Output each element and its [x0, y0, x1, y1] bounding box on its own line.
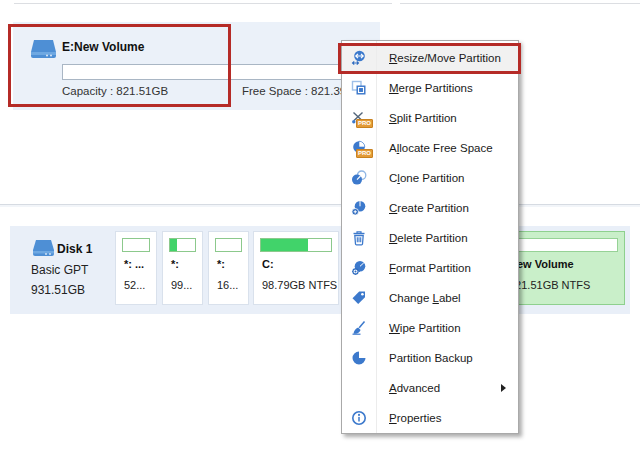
section-divider-glow [0, 205, 640, 207]
menu-item-label: Properties [376, 412, 441, 424]
menu-item-label: Merge Partitions [376, 82, 473, 94]
menu-item-label: Wipe Partition [376, 322, 461, 334]
partition-usage-bar [260, 238, 332, 252]
top-panel-edge-right [400, 3, 640, 4]
delete-icon [342, 230, 376, 246]
volume-name: E:New Volume [62, 40, 144, 54]
menu-item-merge-partitions[interactable]: Merge Partitions [342, 73, 518, 103]
menu-item-change-label[interactable]: Change Label [342, 283, 518, 313]
menu-item-label: Delete Partition [376, 232, 468, 244]
partition-label: *: [171, 258, 179, 270]
menu-item-label: Format Partition [376, 262, 471, 274]
menu-item-clone-partition[interactable]: Clone Partition [342, 163, 518, 193]
disk-size: 931.51GB [31, 283, 85, 297]
partition-usage-bar [507, 238, 618, 252]
partition-card-2[interactable]: *:16... [208, 231, 249, 305]
split-icon: PRO [342, 110, 376, 126]
menu-item-allocate-free-space[interactable]: PROAllocate Free Space [342, 133, 518, 163]
menu-item-resize-move-partition[interactable]: Resize/Move Partition [342, 43, 518, 73]
menu-item-label: Resize/Move Partition [376, 52, 501, 64]
submenu-arrow-icon [501, 384, 506, 392]
partition-label: *: [217, 258, 225, 270]
disk-name: Disk 1 [57, 242, 92, 256]
backup-icon [342, 350, 376, 366]
partition-usage-fill [261, 239, 308, 251]
allocate-icon: PRO [342, 140, 376, 156]
pro-badge: PRO [356, 119, 373, 128]
disk-icon [32, 238, 55, 258]
menu-item-split-partition[interactable]: PROSplit Partition [342, 103, 518, 133]
format-icon [342, 260, 376, 276]
partition-size: 16... [217, 279, 238, 291]
volume-drive-icon [30, 37, 57, 60]
menu-icon-column-separator [376, 41, 377, 433]
merge-icon [342, 80, 376, 96]
menu-item-label: Clone Partition [376, 172, 464, 184]
resize-move-icon [342, 50, 376, 66]
wipe-icon [342, 320, 376, 336]
partition-usage-fill [170, 239, 177, 251]
pro-badge: PRO [356, 149, 373, 158]
partition-card-0[interactable]: *: ...52... [115, 231, 157, 305]
menu-item-partition-backup[interactable]: Partition Backup [342, 343, 518, 373]
partition-context-menu: Resize/Move PartitionMerge PartitionsPRO… [341, 40, 519, 434]
partition-card-c[interactable]: C:98.79GB NTFS [253, 231, 339, 305]
partition-size: 52... [124, 279, 145, 291]
disk-type: Basic GPT [31, 263, 88, 277]
partition-size: 98.79GB NTFS [262, 279, 337, 291]
partition-size: 821.51GB NTFS [509, 279, 590, 291]
menu-item-label: Change Label [376, 292, 461, 304]
partition-card-1[interactable]: *:99... [162, 231, 203, 305]
change-label-icon [342, 290, 376, 306]
partition-usage-bar [215, 238, 242, 252]
properties-icon [342, 410, 376, 426]
partition-usage-bar [122, 238, 150, 252]
menu-item-properties[interactable]: Properties [342, 403, 518, 433]
menu-item-label: Partition Backup [376, 352, 473, 364]
menu-item-delete-partition[interactable]: Delete Partition [342, 223, 518, 253]
menu-item-label: Allocate Free Space [376, 142, 493, 154]
partition-usage-bar [169, 238, 196, 252]
volume-info-panel[interactable]: E:New Volume Capacity : 821.51GB Free Sp… [13, 22, 380, 110]
top-panel-edge-left [14, 3, 392, 4]
partition-label: *: ... [124, 258, 144, 270]
menu-item-format-partition[interactable]: Format Partition [342, 253, 518, 283]
volume-capacity: Capacity : 821.51GB [62, 85, 168, 97]
screen: E:New Volume Capacity : 821.51GB Free Sp… [0, 0, 640, 462]
menu-item-label: Create Partition [376, 202, 469, 214]
menu-item-create-partition[interactable]: Create Partition [342, 193, 518, 223]
volume-usage-bar [62, 64, 380, 80]
menu-item-advanced[interactable]: Advanced [342, 373, 518, 403]
menu-item-label: Advanced [376, 382, 440, 394]
menu-item-wipe-partition[interactable]: Wipe Partition [342, 313, 518, 343]
clone-icon [342, 170, 376, 186]
partition-label: C: [262, 258, 274, 270]
partition-size: 99... [171, 279, 192, 291]
create-icon [342, 200, 376, 216]
menu-item-label: Split Partition [376, 112, 457, 124]
